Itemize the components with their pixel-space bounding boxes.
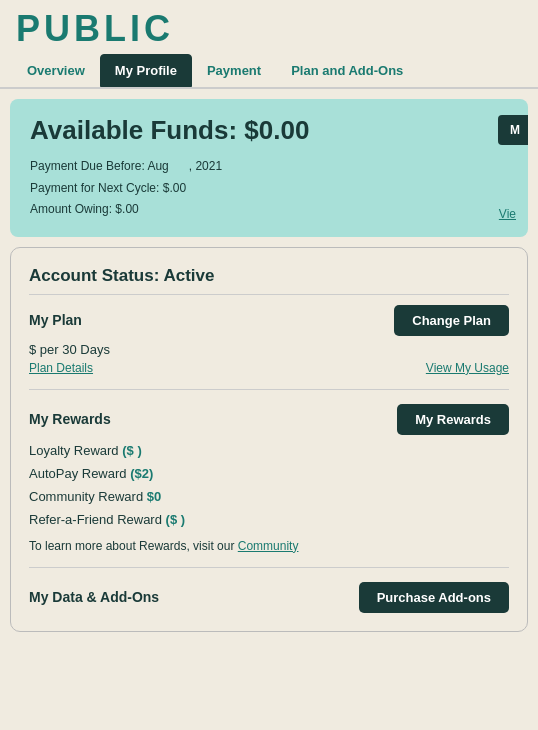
community-reward-value: $0 — [147, 489, 161, 504]
rewards-community-note: To learn more about Rewards, visit our C… — [29, 539, 509, 553]
loyalty-reward-value: ($ — [122, 443, 134, 458]
view-usage-link[interactable]: View My Usage — [426, 361, 509, 375]
my-data-label: My Data & Add-Ons — [29, 589, 159, 605]
available-funds-title: Available Funds: $0.00 — [30, 115, 508, 146]
my-rewards-label: My Rewards — [29, 411, 111, 427]
account-status-title: Account Status: Active — [29, 266, 509, 295]
refer-reward-value-end: ) — [177, 512, 185, 527]
my-data-section-header: My Data & Add-Ons Purchase Add-ons — [29, 582, 509, 613]
my-rewards-button[interactable]: My Rewards — [397, 404, 509, 435]
autopay-reward-label: AutoPay Reward — [29, 466, 127, 481]
tabs-bar: Overview My Profile Payment Plan and Add… — [0, 54, 538, 89]
payment-due-year: , 2021 — [189, 159, 222, 173]
tab-plan-addons[interactable]: Plan and Add-Ons — [276, 54, 418, 87]
tab-overview[interactable]: Overview — [12, 54, 100, 87]
purchase-addons-button[interactable]: Purchase Add-ons — [359, 582, 509, 613]
community-reward-item: Community Reward $0 — [29, 489, 509, 504]
app-logo: PUBLIC — [16, 8, 174, 49]
logo-bar: PUBLIC — [0, 0, 538, 50]
rewards-divider — [29, 567, 509, 568]
payment-next-label: Payment for Next Cycle: $ — [30, 181, 169, 195]
payment-next-value: .00 — [169, 181, 186, 195]
community-note-prefix: To learn more about Rewards, visit our — [29, 539, 238, 553]
amount-owing-value: .00 — [122, 202, 139, 216]
refer-reward-value: ($ — [166, 512, 178, 527]
plan-price-suffix: per 30 Days — [36, 342, 110, 357]
funds-banner: Available Funds: $0.00 Payment Due Befor… — [10, 99, 528, 237]
refer-reward-item: Refer-a-Friend Reward ($ ) — [29, 512, 509, 527]
loyalty-reward-item: Loyalty Reward ($ ) — [29, 443, 509, 458]
my-plan-section-header: My Plan Change Plan — [29, 305, 509, 336]
tab-payment[interactable]: Payment — [192, 54, 276, 87]
funds-view-link[interactable]: Vie — [499, 207, 516, 221]
account-card: Account Status: Active My Plan Change Pl… — [10, 247, 528, 632]
plan-divider — [29, 389, 509, 390]
change-plan-button[interactable]: Change Plan — [394, 305, 509, 336]
payment-due-label: Payment Due Before: Aug — [30, 159, 169, 173]
funds-details: Payment Due Before: Aug , 2021 Payment f… — [30, 156, 508, 221]
tab-my-profile[interactable]: My Profile — [100, 54, 192, 87]
loyalty-reward-label: Loyalty Reward — [29, 443, 119, 458]
my-plan-label: My Plan — [29, 312, 82, 328]
autopay-reward-value: ($2) — [130, 466, 153, 481]
community-reward-label: Community Reward — [29, 489, 143, 504]
plan-price: $ per 30 Days — [29, 342, 509, 357]
plan-details-link[interactable]: Plan Details — [29, 361, 93, 375]
loyalty-reward-value-end: ) — [134, 443, 142, 458]
refer-reward-label: Refer-a-Friend Reward — [29, 512, 162, 527]
amount-owing-label: Amount Owing: $ — [30, 202, 122, 216]
funds-corner-button[interactable]: M — [498, 115, 528, 145]
autopay-reward-item: AutoPay Reward ($2) — [29, 466, 509, 481]
my-rewards-section-header: My Rewards My Rewards — [29, 404, 509, 435]
community-link[interactable]: Community — [238, 539, 299, 553]
